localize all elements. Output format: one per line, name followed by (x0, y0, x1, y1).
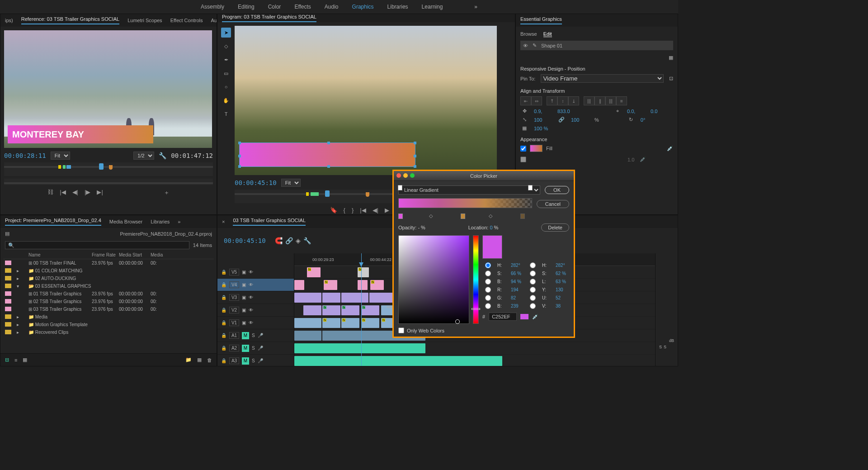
lock-icon[interactable]: 🔒 (221, 295, 226, 300)
playhead[interactable] (361, 253, 362, 366)
timeline-sequence-tab[interactable]: 03 TSB Trailer Graphics SOCIAL (233, 218, 306, 226)
dist-vert-icon[interactable]: ≡ (616, 96, 627, 105)
fill-checkbox[interactable] (520, 146, 526, 152)
v-radio[interactable] (530, 303, 536, 309)
eye-icon[interactable]: 👁 (249, 295, 253, 300)
eye-icon[interactable]: 👁 (249, 282, 253, 287)
s2-radio[interactable] (530, 271, 536, 276)
icon-view-icon[interactable]: ▦ (23, 357, 27, 363)
prog-timecode-left[interactable]: 00:00:45:10 (235, 179, 277, 186)
lock-icon[interactable]: 🔒 (221, 346, 226, 351)
location-value[interactable]: 0 (490, 225, 492, 230)
y-radio[interactable] (530, 287, 536, 293)
wrench-icon-tl[interactable]: 🔧 (303, 237, 311, 244)
list-view-icon[interactable]: ≡ (14, 357, 17, 363)
voiceover-icon[interactable]: 🎤 (258, 346, 263, 351)
wrench-icon[interactable]: 🔧 (159, 152, 166, 159)
align-left-icon[interactable]: ⇤ (520, 96, 531, 105)
snap-icon[interactable]: 🧲 (275, 237, 283, 244)
program-monitor-canvas[interactable] (235, 26, 497, 175)
toggle-track-icon[interactable]: ▣ (242, 308, 246, 313)
project-row[interactable]: ▸📁 Motion Graphics Template (3, 321, 214, 328)
toggle-track-icon[interactable]: ▣ (242, 320, 246, 325)
eyedropper-icon[interactable]: 💉 (667, 146, 673, 152)
ref-tab-reference[interactable]: Reference: 03 TSB Trailer Graphics SOCIA… (21, 16, 119, 24)
workspace-audio[interactable]: Audio (325, 4, 339, 10)
ref-gang-icon[interactable]: ⛓ (47, 189, 53, 197)
toggle-track-icon[interactable]: ▣ (242, 295, 246, 300)
shadow-checkbox[interactable] (520, 157, 526, 162)
pos-x[interactable]: 0.9, (534, 109, 552, 114)
s-radio[interactable] (485, 271, 491, 276)
toggle-track-icon[interactable]: ▣ (242, 282, 246, 287)
prog-fit-select[interactable]: Fit (281, 179, 301, 187)
eg-layer-row[interactable]: 👁 ✎ Shape 01 (520, 41, 673, 50)
eye-icon[interactable]: 👁 (249, 308, 253, 313)
prog-marker-icon[interactable]: 🔖 (330, 207, 337, 214)
prog-step-back-icon[interactable]: ◀| (373, 207, 378, 214)
ref-timecode-left[interactable]: 00:00:28:11 (4, 152, 46, 159)
rotation-value[interactable]: 0° (641, 117, 659, 123)
vertex-tool-icon[interactable]: ◇ (221, 41, 231, 51)
lock-icon[interactable]: 🔒 (221, 282, 226, 287)
ref-step-back-icon[interactable]: ◀| (72, 189, 78, 197)
ref-next-edit-icon[interactable]: ▶| (97, 189, 103, 197)
solo-button[interactable]: S (252, 333, 255, 338)
workspace-overflow-icon[interactable]: » (474, 4, 477, 10)
project-row[interactable]: ▸📁 Recovered Clips (3, 328, 214, 336)
ref-zoom-bar[interactable] (4, 179, 213, 185)
eg-title[interactable]: Essential Graphics (520, 16, 562, 24)
prog-out-icon[interactable]: } (352, 207, 354, 214)
b-radio[interactable] (485, 279, 491, 285)
project-tab[interactable]: Project: PremierePro_NAB2018_Drop_02.4 (5, 218, 101, 226)
prog-play-icon[interactable]: ▶ (385, 207, 389, 214)
anchor-x[interactable]: 0.0, (627, 109, 645, 114)
eyedropper-icon-cp[interactable]: 💉 (532, 314, 538, 320)
track-header-a3[interactable]: 🔒A3MS🎤 (217, 355, 294, 366)
solo-button[interactable]: S (252, 358, 255, 363)
workspace-learning[interactable]: Learning (422, 4, 443, 10)
marker-settings-icon[interactable]: ◈ (296, 237, 301, 244)
ref-tab-lumetri[interactable]: Lumetri Scopes (127, 18, 162, 23)
track-header-v5[interactable]: 🔒V5▣👁 (217, 266, 294, 279)
voiceover-icon[interactable]: 🎤 (258, 358, 263, 363)
workspace-effects[interactable]: Effects (294, 4, 311, 10)
align-vcenter-icon[interactable]: ↕ (557, 96, 568, 105)
track-header-v3[interactable]: 🔒V3▣👁 (217, 291, 294, 304)
ref-scrub-bar[interactable] (4, 162, 213, 176)
opacity-value[interactable]: 100 % (534, 126, 552, 131)
eyedropper-icon-2[interactable]: 💉 (640, 157, 646, 162)
scale-h[interactable]: 100 (571, 117, 589, 123)
gradient-type-select[interactable]: Linear Gradient (398, 185, 540, 195)
prog-in-icon[interactable]: { (344, 207, 345, 214)
lock-icon[interactable]: 🔒 (221, 333, 226, 338)
new-layer-icon[interactable]: ▦ (669, 55, 673, 60)
ok-button[interactable]: OK (545, 186, 569, 194)
panel-overflow-icon[interactable]: » (178, 219, 180, 224)
workspace-color[interactable]: Color (268, 4, 281, 10)
new-item-icon[interactable]: ▦ (197, 357, 202, 363)
ref-tab-effect-controls[interactable]: Effect Controls (170, 18, 203, 23)
freeform-view-icon[interactable]: ⊟ (5, 357, 9, 363)
project-row[interactable]: ▸📁 01 COLOR MATCHING (3, 267, 214, 275)
project-row[interactable]: ▸📁 02 AUTO-DUCKING (3, 275, 214, 282)
color-field[interactable] (398, 235, 469, 324)
g-radio[interactable] (485, 295, 491, 301)
hue-slider[interactable] (473, 235, 479, 324)
ref-resolution-select[interactable]: 1/2 (133, 152, 154, 160)
track-header-v1[interactable]: 🔒V1▣👁 (217, 317, 294, 329)
gradient-preview[interactable] (398, 198, 532, 208)
project-row[interactable]: ⊞ 02 TSB Trailer Graphics23.976 fps00:00… (3, 298, 214, 305)
libraries-tab[interactable]: Libraries (151, 219, 170, 224)
type-tool-icon[interactable]: T (221, 109, 231, 119)
timeline-close-icon[interactable]: × (222, 219, 225, 224)
dist-hcenter-icon[interactable]: ∥ (594, 96, 605, 105)
track-header-v4[interactable]: 🔒V4▣👁 (217, 279, 294, 291)
pos-y[interactable]: 833.0 (557, 109, 576, 114)
eg-tab-browse[interactable]: Browse (520, 31, 537, 37)
lock-icon[interactable]: 🔒 (221, 270, 226, 275)
shadow-opacity[interactable]: 1.0 (627, 157, 634, 162)
bc-radio[interactable] (485, 303, 491, 309)
pin-to-select[interactable]: Video Frame (541, 74, 664, 83)
project-search-input[interactable] (5, 241, 189, 249)
